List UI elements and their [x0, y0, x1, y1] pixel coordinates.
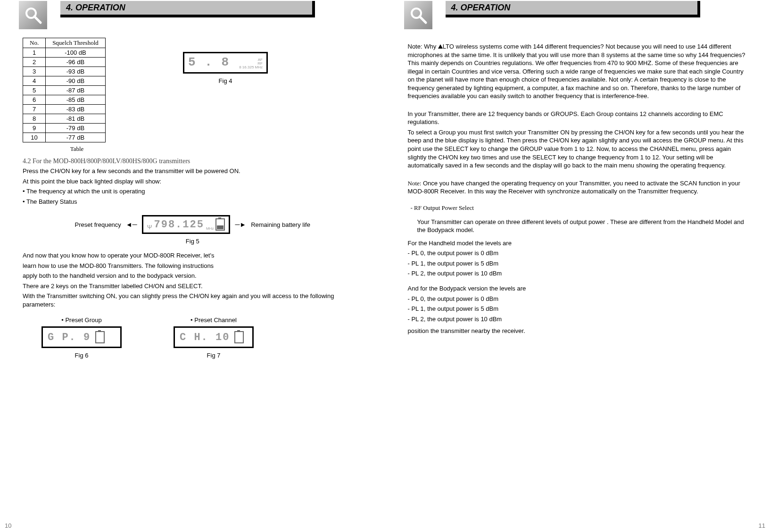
note2: Note: Once you have changed the operatin… [408, 179, 748, 196]
page-number-left: 10 [5, 522, 11, 529]
header-row-left: 4. OPERATION [19, 1, 366, 29]
note-tail: LTO wireless systems come with 144 diffe… [408, 43, 745, 100]
note2-body: Once you have changed the operating freq… [408, 180, 740, 195]
bullet-batt: • The Battery Status [23, 198, 363, 206]
arrow-right-icon: ─► [235, 221, 246, 228]
groups-p2: To select a Group you must first switch … [408, 128, 748, 170]
fig5-value: 798.125 [154, 219, 204, 231]
fig7-display: C H. 10 [174, 326, 254, 348]
cell-no: 6 [23, 95, 46, 105]
cell-val: -85 dB [46, 95, 106, 105]
bullet-freq-text: The frequency at which the unit is opera… [26, 188, 145, 195]
fig7-caption: Fig 7 [174, 352, 254, 359]
table-row: 4-90 dB [23, 76, 106, 86]
handheld-l2: - PL 2, the output power is 10 dBm [408, 269, 748, 278]
cell-val: -93 dB [46, 67, 106, 76]
trailer-line: position the transmitter nearby the rece… [408, 327, 748, 335]
handheld-l1: - PL 1, the output power is 5 dBm [408, 259, 748, 268]
arrow-left-icon: ◄─ [126, 221, 137, 228]
fig6-label-text: Preset Group [65, 316, 101, 324]
svg-line-3 [420, 17, 426, 23]
battery-icon [215, 218, 225, 231]
bodypack-l2: - PL 2, the output power is 10 dBm [408, 315, 748, 324]
fig6-caption: Fig 6 [41, 352, 122, 359]
table-row: 6-85 dB [23, 95, 106, 105]
cell-no: 1 [23, 48, 46, 58]
th-no: No. [23, 38, 46, 48]
battery-icon [95, 331, 105, 343]
cell-val: -87 dB [46, 86, 106, 95]
magnifier-icon [19, 1, 47, 29]
squelch-table: No.Squelch Threshold 1-100 dB2-96 dB3-93… [23, 38, 106, 142]
note-why: Note: Why LTO wireless systems come with… [408, 42, 748, 100]
cell-no: 2 [23, 58, 46, 67]
cell-no: 5 [23, 86, 46, 95]
fig4-value: 5 . 8 [188, 55, 230, 69]
fig7-label: • Preset Channel [174, 316, 254, 324]
fig5-row: Preset frequency ◄─ Ψ 798.125 MHz ─► Rem… [23, 215, 363, 234]
note2-label: Note: [408, 180, 422, 187]
cell-val: -81 dB [46, 114, 106, 124]
cell-val: -79 dB [46, 124, 106, 133]
subhead-42: 4.2 For the MOD-800H/800P/800LV/800HS/80… [23, 158, 363, 165]
fig4-display: 5 . 8 AF RF 8 16.325 MHz [183, 52, 268, 74]
fig5-display: Ψ 798.125 MHz [142, 215, 231, 234]
cell-no: 9 [23, 124, 46, 133]
table-row: 8-81 dB [23, 114, 106, 124]
fig6-value: G P. 9 [48, 332, 91, 343]
page-number-right: 11 [759, 522, 765, 529]
page-left: 4. OPERATION No.Squelch Threshold 1-100 … [0, 0, 385, 532]
rf-output-head: - RF Output Power Select [411, 204, 748, 212]
p4: learn how to use the MOD-800 Transmitter… [23, 262, 363, 270]
table-row: 3-93 dB [23, 67, 106, 76]
antenna-icon: Ψ [147, 224, 152, 231]
table-row: 1-100 dB [23, 48, 106, 58]
cell-no: 8 [23, 114, 46, 124]
cell-val: -100 dB [46, 48, 106, 58]
fig4-block: 5 . 8 AF RF 8 16.325 MHz Fig 4 [183, 52, 268, 84]
fig6-display: G P. 9 [41, 326, 122, 348]
table-caption: Table [23, 145, 131, 153]
battery-icon [234, 331, 244, 343]
bodypack-l1: - PL 1, the output power is 5 dBm [408, 305, 748, 313]
fig4-caption: Fig 4 [183, 77, 268, 84]
p-press: Press the CH/ON key for a few seconds an… [23, 167, 363, 175]
fig5-left-label: Preset frequency [75, 221, 121, 228]
bodypack-head: And for the Bodypack version the levels … [408, 284, 748, 293]
svg-line-1 [34, 17, 41, 23]
rf-output-body: Your Transmitter can operate on three di… [417, 218, 748, 234]
table-row: 7-83 dB [23, 105, 106, 114]
squelch-table-wrap: No.Squelch Threshold 1-100 dB2-96 dB3-93… [23, 38, 131, 153]
header-row-right: 4. OPERATION [404, 1, 752, 29]
magnifier-icon [404, 1, 432, 29]
th-thresh: Squelch Threshold [46, 38, 106, 48]
bodypack-l0: - PL 0, the output power is 0 dBm [408, 295, 748, 303]
table-row: 9-79 dB [23, 124, 106, 133]
fig6-label: • Preset Group [41, 316, 122, 324]
p7: With the Transmitter switching ON, you c… [23, 292, 363, 308]
p5: apply both to the handheld version and t… [23, 272, 363, 280]
page-right: 4. OPERATION Note: Why LTO wireless syst… [385, 0, 770, 532]
cell-val: -77 dB [46, 133, 106, 142]
note-head: Note: Why [408, 43, 438, 50]
groups-p1: In your Transmitter, there are 12 freque… [408, 110, 748, 126]
cell-no: 4 [23, 76, 46, 86]
fig5-caption: Fig 5 [23, 238, 363, 245]
section-title-right: 4. OPERATION [446, 1, 700, 17]
p3: And now that you know how to operate you… [23, 251, 363, 260]
fig7-value: C H. 10 [180, 332, 230, 343]
handheld-head: For the Handheld model the levels are [408, 239, 748, 248]
table-row: 10-77 dB [23, 133, 106, 142]
fig7-label-text: Preset Channel [194, 316, 237, 324]
cell-val: -83 dB [46, 105, 106, 114]
table-row: 2-96 dB [23, 58, 106, 67]
triangle-up-icon [438, 44, 443, 49]
cell-no: 7 [23, 105, 46, 114]
handheld-l0: - PL 0, the output power is 0 dBm [408, 249, 748, 258]
fig4-freq: 8 16.325 MHz [239, 66, 263, 69]
fig5-right-label: Remaining battery life [251, 221, 310, 228]
p6: There are 2 keys on the Transmitter labe… [23, 282, 363, 291]
table-row: 5-87 dB [23, 86, 106, 95]
cell-no: 3 [23, 67, 46, 76]
cell-val: -90 dB [46, 76, 106, 86]
